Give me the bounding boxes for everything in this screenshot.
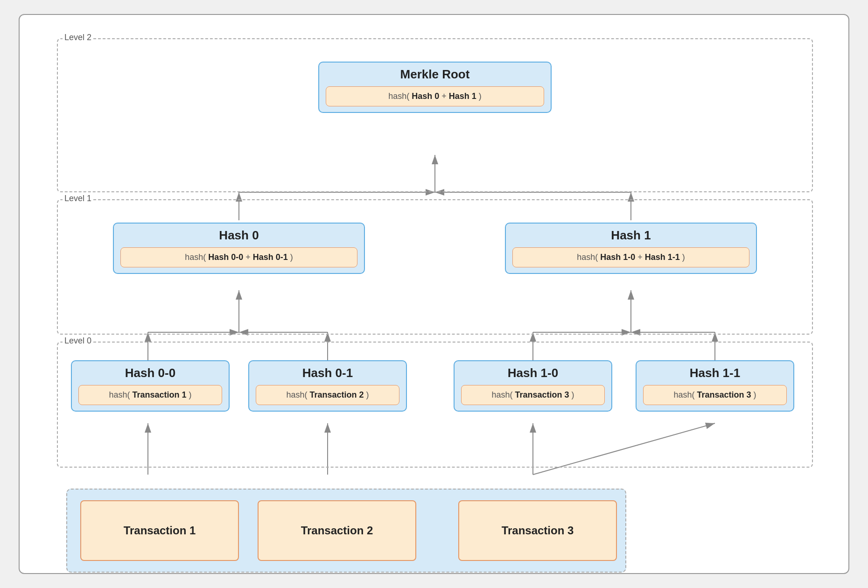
level1-label: Level 1: [63, 194, 93, 203]
hash10-title: Hash 1-0: [508, 366, 558, 380]
hash11-node: Hash 1-1 hash( Transaction 3 ): [636, 360, 794, 412]
merkle-root-inner: hash( Hash 0 + Hash 1 ): [326, 86, 544, 106]
merkle-root-node: Merkle Root hash( Hash 0 + Hash 1 ): [318, 62, 552, 113]
hash1-title: Hash 1: [611, 228, 651, 243]
hash0-title: Hash 0: [219, 228, 259, 243]
transaction2-label: Transaction 2: [301, 524, 373, 537]
hash01-node: Hash 0-1 hash( Transaction 2 ): [248, 360, 407, 412]
transaction3-label: Transaction 3: [502, 524, 574, 537]
hash00-inner: hash( Transaction 1 ): [78, 385, 222, 405]
hash11-title: Hash 1-1: [690, 366, 740, 380]
level2-label: Level 2: [63, 33, 93, 42]
hash10-node: Hash 1-0 hash( Transaction 3 ): [454, 360, 612, 412]
hash1-node: Hash 1 hash( Hash 1-0 + Hash 1-1 ): [505, 223, 757, 274]
transaction3-node: Transaction 3: [458, 500, 617, 561]
transaction1-node: Transaction 1: [80, 500, 239, 561]
hash01-inner: hash( Transaction 2 ): [256, 385, 399, 405]
hash1-inner: hash( Hash 1-0 + Hash 1-1 ): [512, 247, 749, 267]
hash01-title: Hash 0-1: [302, 366, 353, 380]
hash10-inner: hash( Transaction 3 ): [461, 385, 605, 405]
level0-label: Level 0: [63, 336, 93, 346]
hash0-node: Hash 0 hash( Hash 0-0 + Hash 0-1 ): [113, 223, 365, 274]
merkle-root-title: Merkle Root: [400, 67, 470, 82]
hash00-node: Hash 0-0 hash( Transaction 1 ): [71, 360, 230, 412]
hash11-inner: hash( Transaction 3 ): [643, 385, 787, 405]
hash0-inner: hash( Hash 0-0 + Hash 0-1 ): [120, 247, 357, 267]
transaction1-label: Transaction 1: [124, 524, 196, 537]
transaction2-node: Transaction 2: [258, 500, 416, 561]
hash00-title: Hash 0-0: [125, 366, 175, 380]
diagram-container: Level 2 Merkle Root hash( Hash 0 + Hash …: [19, 14, 849, 574]
